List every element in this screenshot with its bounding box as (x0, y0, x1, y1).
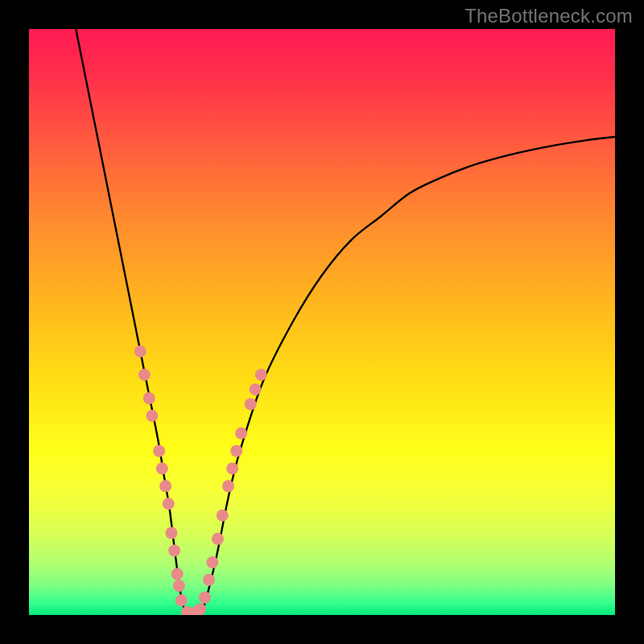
plot-area (29, 29, 615, 615)
scatter-dot (230, 445, 242, 457)
scatter-dot (206, 556, 218, 568)
scatter-dot (168, 544, 180, 556)
scatter-points (29, 29, 615, 615)
scatter-dot (226, 463, 238, 475)
scatter-dot (134, 345, 147, 357)
watermark-text: TheBottleneck.com (464, 5, 633, 27)
scatter-dot (255, 369, 267, 381)
scatter-dot (138, 369, 151, 381)
scatter-dot (194, 603, 206, 615)
scatter-dot (165, 527, 177, 539)
scatter-dot (217, 510, 229, 522)
scatter-dot (153, 445, 165, 457)
scatter-dot (222, 480, 234, 492)
scatter-dot (203, 574, 215, 586)
scatter-dot (199, 592, 211, 604)
scatter-dot (235, 427, 247, 440)
scatter-dot (143, 392, 155, 404)
scatter-dot (212, 533, 224, 545)
scatter-dot (245, 398, 257, 410)
scatter-dot (146, 410, 158, 422)
scatter-dot (171, 568, 184, 580)
chart-container: TheBottleneck.com (0, 0, 644, 644)
scatter-dot (163, 497, 175, 510)
scatter-dot (159, 480, 171, 492)
scatter-dot (173, 580, 185, 592)
scatter-dot (250, 383, 262, 395)
scatter-dot (175, 594, 188, 606)
scatter-dot (156, 463, 168, 475)
